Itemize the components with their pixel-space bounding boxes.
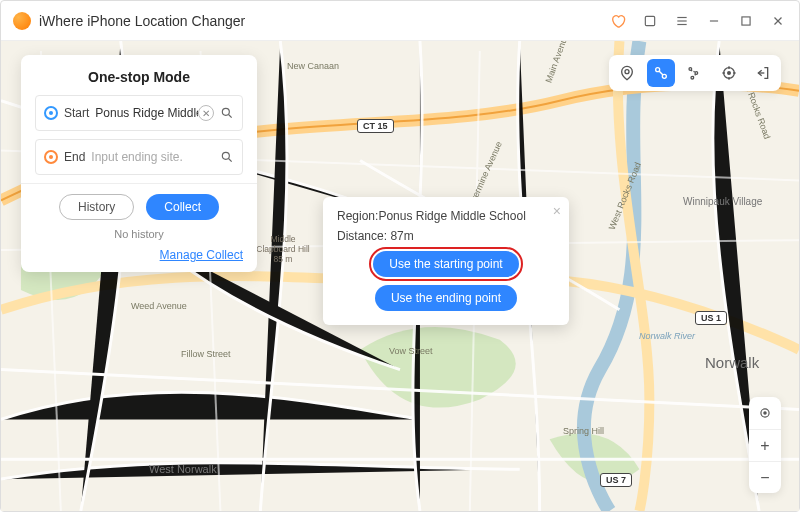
map-city-label: Norwalk <box>705 354 759 371</box>
start-dot-icon <box>44 106 58 120</box>
popup-close-icon[interactable]: × <box>553 203 561 219</box>
svg-line-12 <box>229 159 232 162</box>
maximize-icon[interactable] <box>737 12 755 30</box>
mode-toolbar <box>609 55 781 91</box>
content-area: New Canaan Merritt Pkwy Main Avenue East… <box>1 41 799 511</box>
map-label: Fillow Street <box>181 349 231 359</box>
panel-title: One-stop Mode <box>35 69 243 85</box>
zoom-out-button[interactable]: − <box>749 461 781 493</box>
svg-line-10 <box>229 115 232 118</box>
popup-region: Region:Ponus Ridge Middle School <box>337 209 555 223</box>
app-logo-icon <box>13 12 31 30</box>
map-label: New Canaan <box>287 61 339 71</box>
window-mode-icon[interactable] <box>641 12 659 30</box>
location-popup: × Region:Ponus Ridge Middle School Dista… <box>323 197 569 325</box>
collect-button[interactable]: Collect <box>146 194 219 220</box>
mode-teleport-icon[interactable] <box>613 59 641 87</box>
start-label: Start <box>64 106 89 120</box>
map-label: Spring Hill <box>563 426 604 436</box>
end-dot-icon <box>44 150 58 164</box>
one-stop-panel: One-stop Mode Start ✕ End Histor <box>21 55 257 272</box>
map-poi: Middle Clapboard Hill 85 m <box>253 235 313 264</box>
svg-point-11 <box>222 152 229 159</box>
popup-tail-icon <box>438 317 454 333</box>
svg-point-27 <box>764 412 766 414</box>
svg-point-20 <box>728 72 731 75</box>
svg-rect-0 <box>645 16 654 25</box>
exit-icon[interactable] <box>749 59 777 87</box>
map-area-label: West Norwalk <box>149 463 217 475</box>
mode-one-stop-icon[interactable] <box>647 59 675 87</box>
start-row: Start ✕ <box>35 95 243 131</box>
svg-point-13 <box>625 70 629 74</box>
use-ending-point-button[interactable]: Use the ending point <box>375 285 517 311</box>
close-icon[interactable] <box>769 12 787 30</box>
minimize-icon[interactable] <box>705 12 723 30</box>
map-label: Weed Avenue <box>131 301 187 311</box>
route-shield: CT 15 <box>357 119 394 133</box>
mode-multi-stop-icon[interactable] <box>681 59 709 87</box>
manage-collect-link[interactable]: Manage Collect <box>160 248 243 262</box>
end-input[interactable] <box>91 150 218 164</box>
start-input[interactable] <box>95 106 198 120</box>
svg-point-9 <box>222 108 229 115</box>
end-row: End <box>35 139 243 175</box>
manage-collect-wrap: Manage Collect <box>35 248 243 262</box>
zoom-in-button[interactable]: + <box>749 429 781 461</box>
divider <box>21 183 257 184</box>
svg-point-17 <box>695 72 698 75</box>
favorite-icon[interactable] <box>609 12 627 30</box>
title-controls <box>609 12 787 30</box>
titlebar: iWhere iPhone Location Changer <box>1 1 799 41</box>
svg-rect-5 <box>742 16 750 24</box>
recenter-icon[interactable] <box>749 397 781 429</box>
menu-icon[interactable] <box>673 12 691 30</box>
mode-joystick-icon[interactable] <box>715 59 743 87</box>
panel-buttons: History Collect <box>35 194 243 220</box>
zoom-controls: + − <box>749 397 781 493</box>
app-title: iWhere iPhone Location Changer <box>39 13 609 29</box>
route-shield: US 7 <box>600 473 632 487</box>
search-end-icon[interactable] <box>218 148 236 166</box>
use-starting-point-button[interactable]: Use the starting point <box>373 251 518 277</box>
clear-start-icon[interactable]: ✕ <box>198 105 214 121</box>
search-start-icon[interactable] <box>218 104 236 122</box>
map-label: Vow Street <box>389 346 433 356</box>
app-window: iWhere iPhone Location Changer <box>0 0 800 512</box>
end-label: End <box>64 150 85 164</box>
history-button[interactable]: History <box>59 194 134 220</box>
map-label: Norwalk River <box>639 331 695 341</box>
no-history-text: No history <box>35 228 243 240</box>
popup-distance: Distance: 87m <box>337 229 555 243</box>
route-shield: US 1 <box>695 311 727 325</box>
map-area-label: Winnipauk Village <box>683 196 762 207</box>
